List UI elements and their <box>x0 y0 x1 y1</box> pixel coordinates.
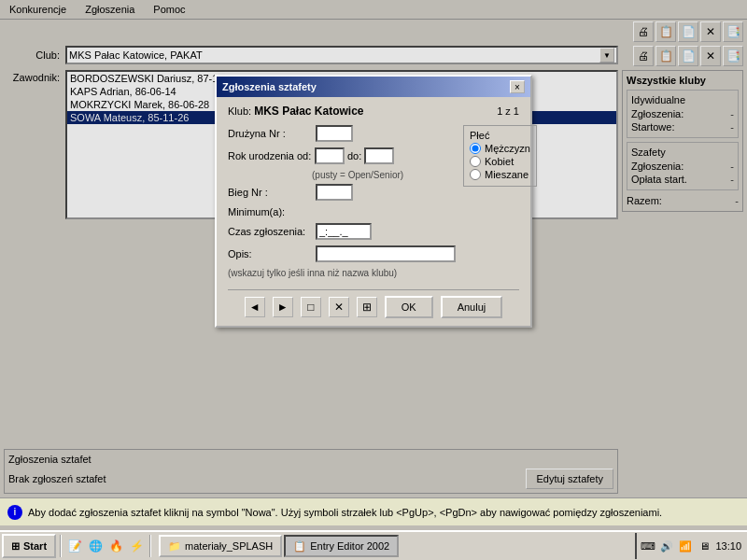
dialog-buttons: ◄ ► □ ✕ ⊞ OK Anuluj <box>228 289 519 318</box>
gender-group: Płeć Mężczyzn Kobiet Mieszane <box>463 125 537 187</box>
quick-icon-3[interactable]: ⚡ <box>127 537 146 555</box>
dialog-titlebar: Zgłoszenia sztafety × <box>217 77 530 97</box>
gender-title: Płeć <box>470 130 530 141</box>
gender-radio-kobiet[interactable] <box>470 156 481 167</box>
team-no-input[interactable] <box>316 125 353 142</box>
gender-label-mezczyzn: Mężczyzn <box>485 143 530 154</box>
dialog-header: Klub: MKS Pałac Katowice 1 z 1 <box>228 105 519 118</box>
dialog-close-btn[interactable]: × <box>510 80 525 93</box>
quick-icon-1[interactable]: 🌐 <box>86 537 105 555</box>
gender-label-mieszane: Mieszane <box>485 169 529 180</box>
tray-icon-1[interactable]: 🔊 <box>659 539 674 553</box>
year-from-label: Rok urodzenia od: <box>228 150 312 161</box>
dialog-club-name: MKS Pałac Katowice <box>254 105 363 118</box>
tray-icon-3[interactable]: 🖥 <box>697 539 712 553</box>
taskbar-item-0-icon: 📁 <box>168 540 181 553</box>
gender-radio-mieszane[interactable] <box>470 169 481 180</box>
taskbar-separator-2 <box>149 535 151 557</box>
nav-delete-btn[interactable]: ✕ <box>329 297 349 317</box>
ok-btn[interactable]: OK <box>385 296 433 318</box>
minimum-row: Minimum(a): <box>228 206 456 217</box>
time-input[interactable] <box>316 223 372 240</box>
cancel-btn[interactable]: Anuluj <box>441 296 503 318</box>
team-no-row: Drużyna Nr : <box>228 125 456 142</box>
quick-icon-2[interactable]: 🔥 <box>106 537 125 555</box>
taskbar-item-1-icon: 📋 <box>293 540 306 553</box>
nav-prev-btn[interactable]: ◄ <box>245 297 265 317</box>
tray-clock: 13:10 <box>715 540 741 552</box>
quick-launch: 📝 🌐 🔥 ⚡ <box>65 537 146 555</box>
time-row: Czas zgłoszenia: <box>228 223 456 240</box>
race-no-row: Bieg Nr : <box>228 184 456 201</box>
taskbar-item-1[interactable]: 📋 Entry Editor 2002 <box>284 535 399 557</box>
year-to-input[interactable] <box>364 147 394 164</box>
dialog-left-col: Drużyna Nr : Rok urodzenia od: do: (pust… <box>228 125 456 282</box>
year-from-input[interactable] <box>315 147 345 164</box>
taskbar-item-1-label: Entry Editor 2002 <box>310 540 389 552</box>
desc-label: Opis: <box>228 248 312 259</box>
desc-input[interactable] <box>316 245 456 262</box>
desc-hint: (wskazuj tylko jeśli inna niż nazwa klub… <box>228 268 456 278</box>
year-to-label: do: <box>347 150 361 161</box>
race-no-label: Bieg Nr : <box>228 187 312 198</box>
nav-copy-btn[interactable]: ⊞ <box>357 297 377 317</box>
taskbar-item-0-label: materiały_SPLASH <box>185 540 273 552</box>
team-no-label: Drużyna Nr : <box>228 128 312 139</box>
dialog-body: Klub: MKS Pałac Katowice 1 z 1 Drużyna N… <box>217 97 530 326</box>
dialog-counter: 1 z 1 <box>497 105 519 117</box>
nav-new-btn[interactable]: □ <box>301 297 321 317</box>
tray-icon-0[interactable]: ⌨ <box>641 539 655 553</box>
time-label: Czas zgłoszenia: <box>228 226 312 237</box>
taskbar-item-0[interactable]: 📁 materiały_SPLASH <box>159 535 282 557</box>
gender-option-0[interactable]: Mężczyzn <box>470 143 530 154</box>
start-button[interactable]: ⊞ Start <box>2 534 56 558</box>
dialog-title: Zgłoszenia sztafety <box>222 81 317 92</box>
modal-overlay: Zgłoszenia sztafety × Klub: MKS Pałac Ka… <box>0 0 747 530</box>
taskbar: ⊞ Start 📝 🌐 🔥 ⚡ 📁 materiały_SPLASH 📋 Ent… <box>0 530 747 560</box>
dialog-zgloszenia-sztafety: Zgłoszenia sztafety × Klub: MKS Pałac Ka… <box>215 75 532 328</box>
windows-logo: ⊞ <box>11 540 20 553</box>
minimum-label: Minimum(a): <box>228 206 312 217</box>
year-range-row: Rok urodzenia od: do: <box>228 147 456 164</box>
system-tray: ⌨ 🔊 📶 🖥 13:10 <box>635 533 745 559</box>
dialog-form: Drużyna Nr : Rok urodzenia od: do: (pust… <box>228 125 519 282</box>
desc-row: Opis: <box>228 245 456 262</box>
year-hint: (pusty = Open/Senior) <box>312 170 456 180</box>
nav-next-btn[interactable]: ► <box>273 297 293 317</box>
taskbar-separator <box>60 535 62 557</box>
start-label: Start <box>23 540 47 552</box>
gender-option-2[interactable]: Mieszane <box>470 169 530 180</box>
gender-radio-mezczyzn[interactable] <box>470 143 481 154</box>
race-no-input[interactable] <box>316 184 353 201</box>
tray-icon-2[interactable]: 📶 <box>678 539 693 553</box>
dialog-right-col: Płeć Mężczyzn Kobiet Mieszane <box>463 125 537 282</box>
dialog-club-label: Klub: <box>228 105 251 117</box>
gender-label-kobiet: Kobiet <box>485 156 514 167</box>
taskbar-items: 📁 materiały_SPLASH 📋 Entry Editor 2002 <box>155 535 633 557</box>
gender-option-1[interactable]: Kobiet <box>470 156 530 167</box>
quick-icon-0[interactable]: 📝 <box>65 537 84 555</box>
